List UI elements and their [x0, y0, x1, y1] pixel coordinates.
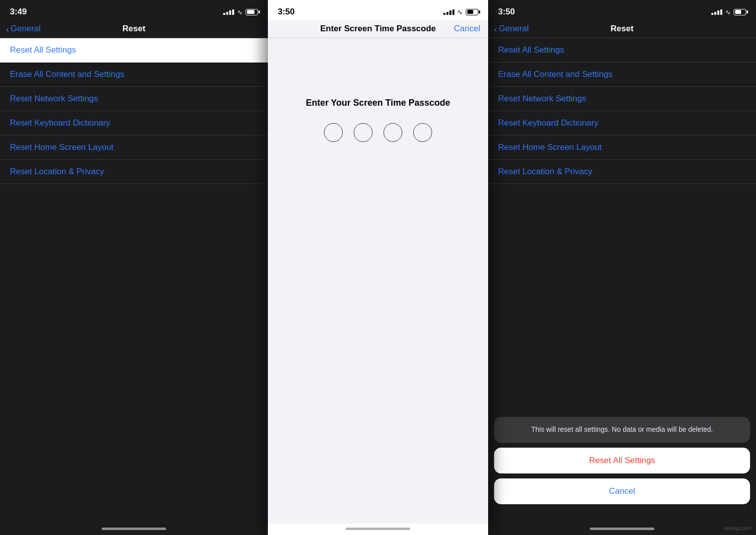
left-item-homescreen[interactable]: Reset Home Screen Layout — [0, 135, 268, 160]
center-cancel-button[interactable]: Cancel — [454, 24, 480, 34]
right-chevron-icon: ‹ — [494, 24, 497, 34]
right-item-erase-all[interactable]: Erase All Content and Settings — [488, 63, 756, 87]
center-nav-bar: Enter Screen Time Passcode Cancel — [268, 20, 488, 38]
alert-cancel-button[interactable]: Cancel — [494, 478, 750, 504]
passcode-prompt: Enter Your Screen Time Passcode — [306, 98, 450, 108]
right-item-homescreen[interactable]: Reset Home Screen Layout — [488, 135, 756, 160]
left-home-indicator — [0, 524, 268, 535]
right-back-button[interactable]: ‹ General — [494, 24, 529, 34]
passcode-dot-4 — [413, 123, 432, 142]
left-item-network[interactable]: Reset Network Settings — [0, 87, 268, 111]
right-item-reset-all[interactable]: Reset All Settings — [488, 38, 756, 63]
left-back-label: General — [10, 24, 40, 34]
passcode-body: Enter Your Screen Time Passcode — [268, 38, 488, 524]
center-signal-icon — [443, 9, 454, 15]
left-home-bar — [102, 528, 166, 530]
center-status-icons: ∿ — [443, 8, 478, 16]
right-status-bar: 3:50 ∿ — [488, 0, 756, 20]
alert-message: This will reset all settings. No data or… — [494, 417, 750, 443]
alert-confirm-button[interactable]: Reset All Settings — [494, 448, 750, 473]
left-panel: 3:49 ∿ ‹ General Reset Reset All Setting… — [0, 0, 268, 535]
left-signal-icon — [223, 9, 234, 15]
passcode-dot-1 — [324, 123, 343, 142]
left-wifi-icon: ∿ — [237, 8, 243, 16]
right-wifi-icon: ∿ — [725, 8, 731, 16]
right-home-indicator — [488, 524, 756, 535]
left-time: 3:49 — [10, 7, 27, 17]
passcode-dots — [324, 123, 432, 142]
left-nav-title: Reset — [123, 24, 145, 34]
right-time: 3:50 — [498, 7, 515, 17]
passcode-dot-3 — [383, 123, 402, 142]
center-time: 3:50 — [278, 7, 295, 17]
right-battery-icon — [734, 9, 746, 15]
right-item-keyboard[interactable]: Reset Keyboard Dictionary — [488, 111, 756, 135]
center-battery-icon — [466, 9, 478, 15]
left-item-erase-all[interactable]: Erase All Content and Settings — [0, 63, 268, 87]
alert-overlay: This will reset all settings. No data or… — [488, 411, 756, 510]
left-nav-bar: ‹ General Reset — [0, 20, 268, 38]
right-status-icons: ∿ — [711, 8, 746, 16]
center-status-bar: 3:50 ∿ — [268, 0, 488, 20]
right-nav-title: Reset — [611, 24, 633, 34]
center-home-indicator — [268, 524, 488, 535]
left-battery-icon — [246, 9, 258, 15]
left-item-keyboard[interactable]: Reset Keyboard Dictionary — [0, 111, 268, 135]
left-status-icons: ∿ — [223, 8, 258, 16]
center-nav-title: Enter Screen Time Passcode — [320, 24, 436, 34]
left-item-reset-all[interactable]: Reset All Settings — [0, 38, 268, 63]
left-settings-list: Reset All Settings Erase All Content and… — [0, 38, 268, 524]
center-panel: 3:50 ∿ Enter Screen Time Passcode Cancel… — [268, 0, 488, 535]
right-back-label: General — [499, 24, 528, 34]
center-home-bar — [346, 528, 410, 530]
left-item-location[interactable]: Reset Location & Privacy — [0, 160, 268, 184]
left-back-button[interactable]: ‹ General — [6, 24, 41, 34]
right-item-network[interactable]: Reset Network Settings — [488, 87, 756, 111]
right-signal-icon — [711, 9, 722, 15]
right-nav-bar: ‹ General Reset — [488, 20, 756, 38]
right-panel: 3:50 ∿ ‹ General Reset Reset All Setting… — [488, 0, 756, 535]
left-chevron-icon: ‹ — [6, 24, 9, 34]
right-home-bar — [590, 528, 654, 530]
right-item-location[interactable]: Reset Location & Privacy — [488, 160, 756, 184]
left-status-bar: 3:49 ∿ — [0, 0, 268, 20]
center-wifi-icon: ∿ — [457, 8, 463, 16]
passcode-dot-2 — [354, 123, 373, 142]
